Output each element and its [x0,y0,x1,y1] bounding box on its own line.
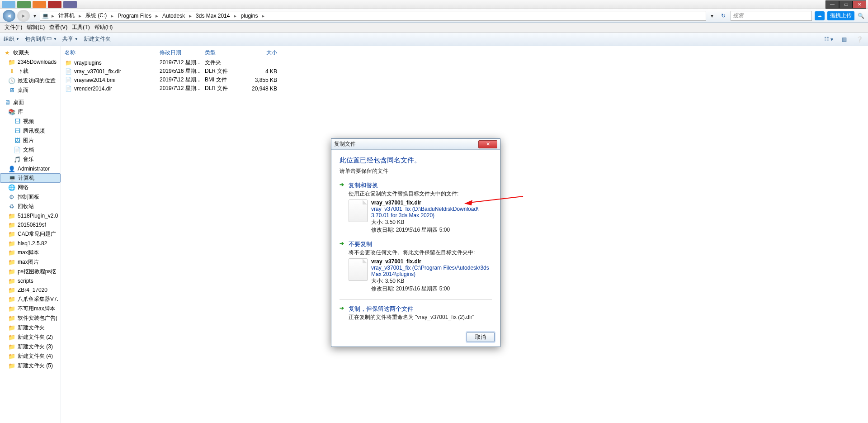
file-row[interactable]: vrayplugins2019\7\12 星期...文件夹 [61,58,868,67]
sidebar-item[interactable]: 🎞腾讯视频 [0,126,61,136]
menu-edit[interactable]: 编辑(E) [25,23,47,32]
taskbar-icon[interactable] [33,1,46,8]
sidebar-item[interactable]: ZBr4_17020 [0,285,61,295]
menu-tools[interactable]: 工具(T) [70,23,91,32]
folder-icon [8,315,15,322]
file-row[interactable]: vray_v37001_fix.dlr2019\5\16 星期...DLR 文件… [61,67,868,76]
breadcrumb-separator-icon[interactable]: ▸ [260,13,266,19]
sidebar-item[interactable]: 新建文件夹 (5) [0,361,61,371]
cloud-icon[interactable]: ☁ [815,11,825,20]
sidebar-item[interactable]: 🖼图片 [0,136,61,145]
file-name: vray_v37001_fix.dlr [74,68,121,75]
sidebar-item[interactable]: ps抠图教程ps抠 [0,267,61,276]
column-type[interactable]: 类型 [205,49,245,57]
sidebar-item[interactable]: 下载 [0,67,61,76]
history-dropdown-icon[interactable]: ▾ [32,10,38,22]
breadcrumb-segment[interactable]: plugins [238,11,260,20]
dialog-close-button[interactable]: ✕ [478,140,497,148]
sidebar-item[interactable]: 2345Downloads [0,57,61,67]
sidebar-administrator[interactable]: Administrator [0,164,61,173]
tool-include-library[interactable]: 包含到库中▼ [25,35,57,43]
file-path: vray_v37001_fix (C:\Program Files\Autode… [371,265,492,277]
sidebar-item[interactable]: 桌面 [0,86,61,95]
dialog-option-dont-copy[interactable]: ➔ 不要复制 将不会更改任何文件。将此文件保留在目标文件夹中: vray_v37… [340,240,492,293]
taskbar-icon[interactable] [2,1,15,8]
minimize-button[interactable]: — [826,0,839,9]
breadcrumb-segment[interactable]: Program Files [115,11,154,20]
file-icon [65,76,72,84]
tool-organize[interactable]: 组织▼ [4,35,19,43]
sidebar-item[interactable]: 新建文件夹 (3) [0,342,61,352]
sidebar-item[interactable]: 20150819sf [0,220,61,229]
sidebar-item[interactable]: max脚本 [0,248,61,257]
address-bar[interactable]: 💻 ▸ 计算机 ▸ 系统 (C:) ▸ Program Files ▸ Auto… [40,11,706,21]
settings-icon [8,194,15,201]
sidebar-control-panel[interactable]: 控制面板 [0,192,61,202]
sidebar-item[interactable]: CAD常见问题广 [0,229,61,239]
close-button[interactable]: ✕ [853,0,866,9]
breadcrumb-segment[interactable]: 计算机 [56,11,77,20]
breadcrumb-segment[interactable]: 系统 (C:) [83,11,109,20]
search-input[interactable]: 搜索 [731,11,812,21]
taskbar-icon[interactable] [48,1,61,8]
menu-view[interactable]: 查看(V) [47,23,69,32]
sidebar-favorites[interactable]: 收藏夹 [0,48,61,57]
sidebar-item[interactable]: 🎵音乐 [0,155,61,164]
menu-help[interactable]: 帮助(H) [93,23,115,32]
cancel-button[interactable]: 取消 [467,332,495,342]
address-dropdown-icon[interactable]: ▾ [708,13,716,19]
file-row[interactable]: vrayraw2014.bmi2019\7\12 星期...BMI 文件3,85… [61,76,868,84]
breadcrumb-separator-icon[interactable]: ▸ [109,13,115,19]
file-date: 2019\7\12 星期... [160,76,205,84]
sidebar-item[interactable]: 5118Plugin_v2.0 [0,211,61,220]
sidebar-libraries[interactable]: 库 [0,107,61,117]
upload-button[interactable]: 拖拽上传 [827,11,854,20]
forward-button[interactable]: ► [17,10,30,22]
refresh-button[interactable]: ↻ [718,13,729,19]
tool-new-folder[interactable]: 新建文件夹 [84,35,111,43]
breadcrumb-separator-icon[interactable]: ▸ [188,13,193,19]
breadcrumb-segment[interactable]: 3ds Max 2014 [193,11,232,20]
dialog-titlebar[interactable]: 复制文件 ✕ [331,139,500,150]
breadcrumb-separator-icon[interactable]: ▸ [77,13,83,19]
breadcrumb-segment[interactable]: Autodesk [160,11,188,20]
column-headers[interactable]: 名称 修改日期 类型 大小 [61,46,868,58]
sidebar-item[interactable]: 📄文档 [0,145,61,155]
content-area: 收藏夹 2345Downloads 下载 最近访问的位置 桌面 桌面 库 🎞视频… [0,46,868,423]
breadcrumb-separator-icon[interactable]: ▸ [232,13,238,19]
column-name[interactable]: 名称 [65,49,160,57]
search-icon[interactable]: 🔍 [856,13,865,19]
view-mode-icon[interactable]: ☷ ▾ [824,34,834,44]
preview-pane-icon[interactable]: ▥ [839,34,849,44]
taskbar-icon[interactable] [63,1,77,8]
sidebar-item[interactable]: 不可用max脚本 [0,304,61,314]
dialog-option-keep-both[interactable]: ➔ 复制，但保留这两个文件 正在复制的文件将重命名为 "vray_v37001_… [340,305,492,321]
sidebar-item[interactable]: 新建文件夹 (4) [0,352,61,361]
breadcrumb-separator-icon[interactable]: ▸ [154,13,160,19]
sidebar-item[interactable]: 最近访问的位置 [0,76,61,86]
breadcrumb-separator-icon[interactable]: ▸ [50,13,56,19]
sidebar-item[interactable]: scripts [0,276,61,285]
sidebar-item[interactable]: 新建文件夹 [0,323,61,333]
back-button[interactable]: ◄ [3,10,15,22]
column-date[interactable]: 修改日期 [160,49,205,57]
sidebar-item[interactable]: 软件安装包广告( [0,314,61,323]
dialog-option-copy-replace[interactable]: ➔ 复制和替换 使用正在复制的文件替换目标文件夹中的文件: vray_v3700… [340,181,492,234]
sidebar-computer[interactable]: 计算机 [0,173,61,183]
sidebar-item[interactable]: 八爪鱼采集器V7. [0,295,61,304]
help-icon[interactable]: ❔ [854,34,864,44]
sidebar-item[interactable]: hlsq1.2.5.82 [0,239,61,248]
menu-file[interactable]: 文件(F) [3,23,24,32]
sidebar-network[interactable]: 网络 [0,183,61,192]
maximize-button[interactable]: ▭ [839,0,853,9]
column-size[interactable]: 大小 [245,49,277,57]
file-row[interactable]: vrender2014.dlr2019\7\12 星期...DLR 文件20,9… [61,84,868,93]
sidebar-item[interactable]: max图片 [0,257,61,267]
taskbar-icon[interactable] [17,1,31,8]
tool-share[interactable]: 共享▼ [62,35,78,43]
sidebar-item[interactable]: 🎞视频 [0,117,61,126]
sidebar-desktop[interactable]: 桌面 [0,98,61,107]
sidebar-item[interactable]: 新建文件夹 (2) [0,333,61,342]
sidebar-recycle[interactable]: 回收站 [0,202,61,211]
recycle-icon [8,203,15,210]
